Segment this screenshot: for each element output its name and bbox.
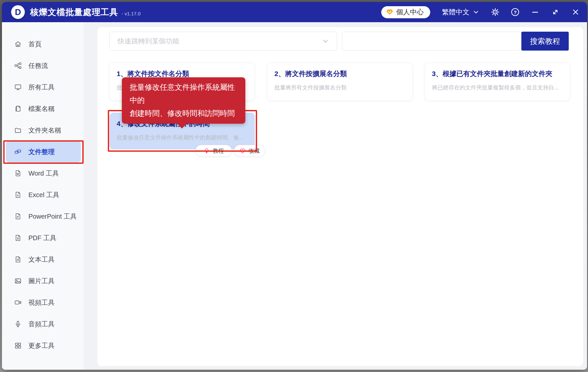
sidebar-item-all-tools[interactable]: 所有工具	[2, 76, 84, 98]
titlebar: D 核爍文檔批量處理工具 - v1.17.0 個人中心 繁體中文	[2, 2, 587, 22]
sidebar-item-label: PowerPoint 工具	[28, 212, 77, 221]
app-window: D 核爍文檔批量處理工具 - v1.17.0 個人中心 繁體中文	[2, 2, 587, 370]
chevron-down-icon	[322, 38, 329, 45]
tutorial-button[interactable]: 教程	[195, 145, 232, 157]
sidebar-item-label: 音頻工具	[28, 320, 55, 329]
sidebar-item-home[interactable]: 首頁	[2, 33, 84, 55]
svg-text:P: P	[17, 216, 19, 219]
sidebar-item-text-tools[interactable]: 文本工具	[2, 249, 84, 270]
tooltip-line-2: 創建時間、修改時間和訪問時間	[130, 107, 237, 120]
microphone-icon	[14, 320, 22, 328]
organize-icon	[14, 148, 22, 155]
video-icon	[14, 299, 22, 306]
sidebar-item-image-tools[interactable]: 圖片工具	[2, 270, 84, 292]
sidebar-item-label: 檔案名稱	[28, 104, 55, 113]
tool-card-title: 1、將文件按文件名分類	[117, 69, 248, 78]
excel-doc-icon: X	[14, 191, 22, 198]
app-version: - v1.17.0	[122, 11, 140, 16]
tooltip-line-1: 批量修改任意文件操作系統屬性中的	[130, 81, 237, 107]
home-icon	[14, 40, 22, 48]
sidebar-item-label: 更多工具	[28, 341, 55, 350]
sidebar-item-folder-name[interactable]: 文件夾名稱	[2, 119, 84, 141]
favorite-button[interactable]: 收藏	[234, 145, 265, 157]
sidebar-item-label: 圖片工具	[28, 277, 55, 286]
sidebar-item-label: 任務流	[28, 61, 48, 70]
gem-icon	[386, 8, 394, 16]
chevron-down-icon	[473, 9, 479, 15]
tool-card-desc: 批量將所有文件按擴展名分類	[274, 84, 405, 91]
tool-card-title: 3、根據已有文件夾批量創建新的文件夾	[432, 69, 563, 78]
search-tutorial-button[interactable]: 搜索教程	[521, 32, 569, 51]
help-icon[interactable]: ?	[511, 8, 519, 16]
personal-center-button[interactable]: 個人中心	[381, 6, 430, 18]
word-doc-icon: W	[14, 170, 22, 177]
gear-icon[interactable]	[491, 8, 499, 16]
tutorial-label: 教程	[213, 147, 224, 155]
sidebar-item-pdf-tools[interactable]: PDF 工具	[2, 227, 84, 249]
heart-icon	[239, 148, 246, 154]
sidebar-item-organize[interactable]: 文件整理	[6, 141, 81, 163]
tool-card-title: 2、將文件按擴展名分類	[274, 69, 405, 78]
sidebar-item-more-tools[interactable]: 更多工具	[2, 335, 84, 356]
sidebar-item-excel-tools[interactable]: X Excel 工具	[2, 184, 84, 206]
sidebar-item-label: 文本工具	[28, 255, 55, 264]
sidebar-item-label: Word 工具	[28, 169, 59, 178]
sidebar-item-word-tools[interactable]: W Word 工具	[2, 163, 84, 184]
sidebar-item-label: PDF 工具	[28, 234, 57, 242]
tooltip-arrow	[177, 124, 187, 129]
powerpoint-doc-icon: P	[14, 213, 22, 220]
sidebar-item-label: Excel 工具	[28, 191, 59, 199]
sidebar-item-label: 文件整理	[28, 147, 55, 156]
close-button[interactable]	[571, 8, 580, 16]
quick-jump-select[interactable]: 快速跳轉到某個功能	[109, 32, 337, 51]
monitor-icon	[14, 84, 22, 91]
svg-text:W: W	[17, 173, 19, 176]
app-logo: D	[11, 5, 25, 19]
tool-card-desc: 將已經存在的文件夾批量複製很多個，並且支持自...	[432, 84, 563, 91]
lightbulb-icon	[204, 148, 210, 154]
svg-text:X: X	[17, 194, 19, 197]
sidebar-item-video-tools[interactable]: 視頻工具	[2, 292, 84, 313]
language-selector[interactable]: 繁體中文	[442, 8, 479, 17]
sidebar-item-taskflow[interactable]: 任務流	[2, 55, 84, 76]
personal-center-label: 個人中心	[396, 8, 424, 17]
language-label: 繁體中文	[442, 8, 469, 17]
folder-icon	[14, 127, 22, 134]
tool-card-desc: 批量修改任意文件操作系統屬性中的創建時間、修...	[117, 134, 248, 141]
image-icon	[14, 277, 22, 285]
app-title: 核爍文檔批量處理工具	[30, 7, 118, 18]
tool-card-classify-by-extension[interactable]: 2、將文件按擴展名分類 批量將所有文件按擴展名分類	[267, 63, 413, 101]
flow-icon	[14, 62, 22, 69]
sidebar-item-audio-tools[interactable]: 音頻工具	[2, 313, 84, 335]
tutorial-search-input[interactable]	[342, 32, 521, 51]
pdf-doc-icon	[14, 234, 22, 241]
grid-more-icon	[14, 342, 22, 349]
sidebar-item-label: 首頁	[28, 40, 41, 49]
sidebar-item-file-name[interactable]: 檔案名稱	[2, 98, 84, 119]
sidebar-item-label: 文件夾名稱	[28, 126, 61, 135]
sidebar-item-label: 所有工具	[28, 83, 55, 92]
sidebar-item-powerpoint-tools[interactable]: P PowerPoint 工具	[2, 206, 84, 227]
file-name-icon	[14, 105, 22, 112]
minimize-button[interactable]	[531, 8, 539, 16]
tool-card-create-folders[interactable]: 3、根據已有文件夾批量創建新的文件夾 將已經存在的文件夾批量複製很多個，並且支持…	[425, 63, 570, 101]
maximize-button[interactable]	[551, 8, 560, 16]
tooltip-modify-times: 批量修改任意文件操作系統屬性中的 創建時間、修改時間和訪問時間	[122, 77, 245, 124]
quick-jump-placeholder: 快速跳轉到某個功能	[118, 37, 322, 46]
sidebar-item-label: 視頻工具	[28, 298, 55, 307]
favorite-label: 收藏	[249, 147, 260, 155]
sidebar: 首頁 任務流 所有工具 檔案名稱	[2, 22, 84, 370]
text-doc-icon	[14, 256, 22, 263]
